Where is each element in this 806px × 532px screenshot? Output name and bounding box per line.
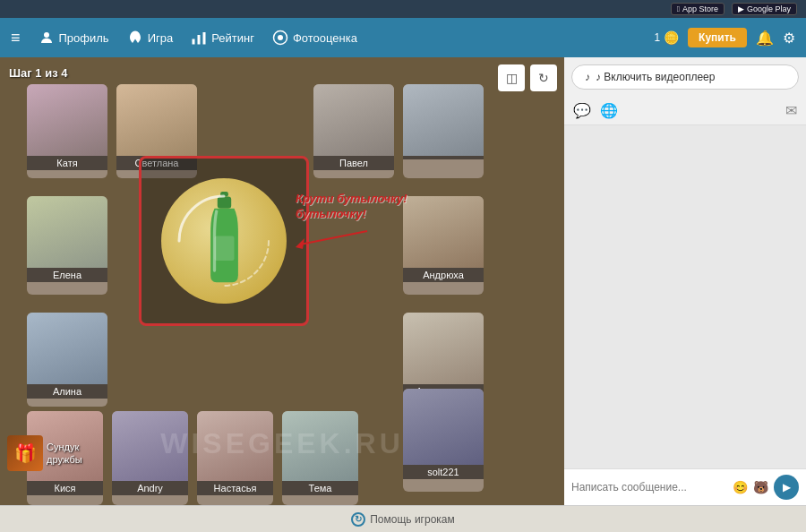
- bell-icon[interactable]: 🔔: [756, 30, 774, 47]
- svg-point-0: [44, 32, 49, 38]
- treasure-button[interactable]: 🎁 Сундукдружбы: [7, 435, 82, 471]
- player-card-katya[interactable]: Катя: [27, 84, 107, 178]
- player-card-sunglasses[interactable]: [403, 84, 484, 178]
- chat-bubble-icon[interactable]: 💬: [573, 102, 591, 119]
- appstore-button[interactable]:  App Store: [671, 3, 725, 15]
- mail-icon[interactable]: ✉: [785, 102, 797, 119]
- sunglasses-name: [403, 156, 484, 159]
- googleplay-button[interactable]: ▶ Google Play: [732, 3, 797, 15]
- player-card-alina[interactable]: Алина: [27, 313, 107, 407]
- svg-rect-1: [193, 39, 195, 45]
- music-icon: ♪: [585, 71, 590, 83]
- video-player-button[interactable]: ♪ ♪ Включить видеоплеер: [571, 64, 799, 90]
- bottle-hint: Крути бутылочку! бутылочку!: [296, 192, 407, 249]
- menu-icon[interactable]: ≡: [11, 29, 21, 47]
- player-card-tema[interactable]: Тема: [282, 411, 358, 505]
- footer-bar: ↻ Помощь игрокам: [0, 505, 806, 532]
- send-icon: ▶: [783, 481, 791, 493]
- chat-input[interactable]: [571, 481, 727, 493]
- bookmark-button[interactable]: ◫: [498, 64, 525, 91]
- andryukha-name: Андрюха: [403, 268, 484, 282]
- step-indicator: Шаг 1 из 4: [9, 66, 67, 80]
- nav-bar: ≡ Профиль Игра Рейтинг Фотооценка 1 🪙 Ку…: [0, 18, 806, 57]
- gear-icon[interactable]: ⚙: [783, 30, 795, 47]
- nastasya-name: Настасья: [197, 481, 273, 495]
- svg-marker-9: [296, 238, 304, 249]
- apple-icon: : [677, 4, 680, 13]
- chat-bottom: 😊 🐻 ▶: [564, 468, 806, 505]
- player-card-andry[interactable]: Andry: [112, 411, 188, 505]
- player-card-elena[interactable]: Елена: [27, 196, 107, 295]
- profile-icon: [39, 30, 55, 46]
- top-bar:  App Store ▶ Google Play: [0, 0, 806, 18]
- sticker-icon[interactable]: 🐻: [753, 480, 768, 494]
- player-card-nastasya[interactable]: Настасья: [197, 411, 273, 505]
- rating-icon: [191, 30, 207, 46]
- emoji-icon[interactable]: 😊: [733, 480, 748, 494]
- right-panel: ♪ ♪ Включить видеоплеер 💬 🌐 ✉ 😊 🐻 ▶: [564, 57, 806, 505]
- alexandra-avatar: [403, 313, 484, 384]
- nav-photo-rating[interactable]: Фотооценка: [272, 30, 357, 46]
- photo-rating-label: Фотооценка: [293, 31, 357, 45]
- nav-right: 1 🪙 Купить 🔔 ⚙: [654, 28, 795, 47]
- pavel-name: Павел: [313, 156, 394, 170]
- refresh-button[interactable]: ↻: [530, 64, 557, 91]
- buy-button[interactable]: Купить: [688, 28, 747, 47]
- chat-icon-bar: 💬 🌐 ✉: [564, 97, 806, 125]
- video-btn-label: ♪ Включить видеоплеер: [596, 71, 715, 83]
- spin-arcs: [161, 178, 287, 304]
- chat-area: [564, 125, 806, 468]
- photo-icon: [272, 30, 288, 46]
- bottle-spinner[interactable]: [139, 156, 309, 326]
- pavel-avatar: [313, 84, 394, 156]
- svg-rect-3: [203, 32, 206, 45]
- coin-count: 1: [654, 31, 660, 44]
- play-icon: ▶: [738, 4, 744, 13]
- sunglasses-avatar: [403, 84, 484, 156]
- coin-icon: 🪙: [664, 30, 679, 45]
- help-label: Помощь игрокам: [370, 513, 455, 526]
- tema-avatar: [282, 411, 358, 481]
- svg-point-4: [278, 35, 283, 40]
- player-card-pavel[interactable]: Павел: [313, 84, 394, 178]
- nav-profile[interactable]: Профиль: [39, 30, 109, 46]
- hint-text: Крути бутылочку! бутылочку!: [296, 192, 407, 222]
- andry-name: Andry: [112, 481, 188, 495]
- googleplay-label: Google Play: [747, 4, 791, 13]
- solt221-name: solt221: [403, 465, 484, 479]
- hint-line1: Крути бутылочку!: [296, 192, 407, 205]
- help-button[interactable]: ↻ Помощь игрокам: [351, 512, 455, 527]
- bottle-circle: [161, 178, 287, 304]
- globe-icon[interactable]: 🌐: [600, 102, 618, 119]
- profile-label: Профиль: [59, 31, 109, 45]
- chat-bottom-icons: 😊 🐻: [733, 480, 768, 494]
- player-card-solt221[interactable]: solt221: [403, 389, 484, 492]
- nastasya-avatar: [197, 411, 273, 481]
- svg-rect-2: [198, 35, 201, 45]
- hint-arrow-svg: [296, 222, 376, 249]
- solt221-avatar: [403, 389, 484, 465]
- appstore-label: App Store: [682, 4, 718, 13]
- help-icon: ↻: [351, 512, 365, 527]
- game-icon: [127, 30, 143, 46]
- player-card-andryukha[interactable]: Андрюха: [403, 196, 484, 295]
- treasure-label: Сундукдружбы: [47, 441, 82, 467]
- svg-line-8: [300, 231, 367, 245]
- nav-game[interactable]: Игра: [127, 30, 174, 46]
- nav-rating[interactable]: Рейтинг: [191, 30, 254, 46]
- bookmark-icon: ◫: [506, 71, 518, 85]
- alina-avatar: [27, 313, 107, 384]
- katya-name: Катя: [27, 156, 107, 170]
- kisya-name: Кися: [27, 481, 103, 495]
- game-area: Шаг 1 из 4 ◫ ↻ Катя Светлана Павел: [0, 57, 564, 505]
- tema-name: Тема: [282, 481, 358, 495]
- hint-line2: бутылочку!: [296, 207, 366, 220]
- send-button[interactable]: ▶: [774, 475, 799, 500]
- main-content: Шаг 1 из 4 ◫ ↻ Катя Светлана Павел: [0, 57, 806, 505]
- game-controls: ◫ ↻: [498, 64, 557, 91]
- elena-avatar: [27, 196, 107, 268]
- katya-avatar: [27, 84, 107, 156]
- svetlana-avatar: [116, 84, 197, 156]
- treasure-icon: 🎁: [7, 435, 43, 471]
- andry-avatar: [112, 411, 188, 481]
